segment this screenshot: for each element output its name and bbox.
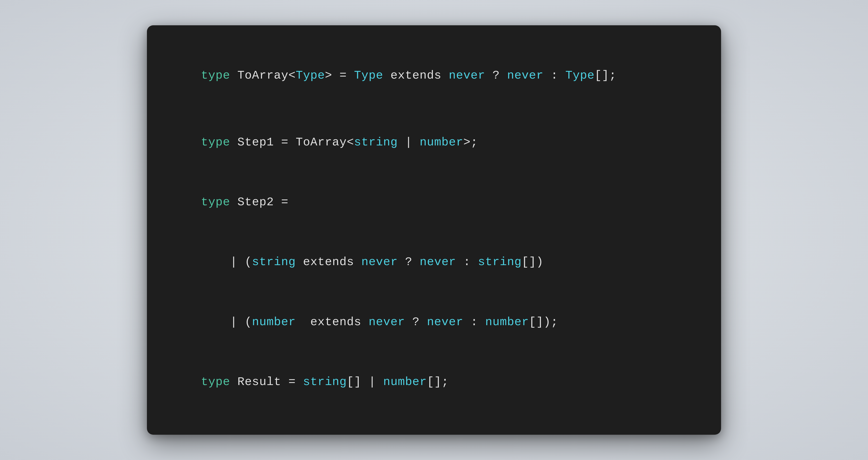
punct-6: []; bbox=[594, 69, 616, 82]
blank-line-1 bbox=[172, 106, 696, 113]
punct-11: | ( bbox=[201, 255, 252, 269]
builtin-never-5: never bbox=[369, 316, 405, 329]
punct-5: : bbox=[544, 69, 565, 82]
code-line-1: type ToArray<Type> = Type extends never … bbox=[201, 69, 616, 82]
punct-8: | bbox=[398, 136, 420, 149]
punct-21: Result = bbox=[230, 375, 303, 389]
keyword-type-3: type bbox=[201, 196, 230, 209]
punct-22: [] | bbox=[347, 375, 383, 389]
builtin-never-4: never bbox=[420, 255, 456, 269]
keyword-type-1: type bbox=[201, 69, 230, 82]
punct-20: []); bbox=[529, 316, 558, 329]
code-card: type ToArray<Type> = Type extends never … bbox=[147, 25, 721, 434]
punct-7: Step1 = ToArray< bbox=[230, 136, 354, 149]
builtin-never-1: never bbox=[449, 69, 485, 82]
builtin-never-3: never bbox=[361, 255, 398, 269]
type-ref-1: Type bbox=[354, 69, 383, 82]
punct-19: : bbox=[463, 316, 485, 329]
code-line-2: type Step1 = ToArray<string | number>; bbox=[201, 136, 478, 149]
punct-18: ? bbox=[405, 316, 427, 329]
builtin-number-2: number bbox=[252, 316, 296, 329]
code-line-3: type Step2 = bbox=[201, 196, 288, 209]
type-ref-2: Type bbox=[565, 69, 594, 82]
punct-14: : bbox=[456, 255, 478, 269]
code-block: type ToArray<Type> = Type extends never … bbox=[172, 45, 696, 412]
keyword-type-2: type bbox=[201, 136, 230, 149]
keyword-type-4: type bbox=[201, 375, 230, 389]
punct-3: extends bbox=[383, 69, 449, 82]
punct-16: | ( bbox=[201, 316, 252, 329]
builtin-number-4: number bbox=[383, 375, 427, 389]
punct-2: > = bbox=[325, 69, 354, 82]
punct-13: ? bbox=[398, 255, 420, 269]
code-line-6: type Result = string[] | number[]; bbox=[201, 375, 449, 389]
type-param: Type bbox=[296, 69, 325, 82]
punct-17: extends bbox=[296, 316, 368, 329]
punct-12: extends bbox=[296, 255, 361, 269]
builtin-string-2: string bbox=[252, 255, 296, 269]
punct-10: Step2 = bbox=[230, 196, 288, 209]
builtin-string-3: string bbox=[478, 255, 522, 269]
code-line-4: | (string extends never ? never : string… bbox=[201, 255, 544, 269]
builtin-never-6: never bbox=[427, 316, 463, 329]
punct-23: []; bbox=[427, 375, 449, 389]
builtin-string-4: string bbox=[303, 375, 346, 389]
builtin-string-1: string bbox=[354, 136, 398, 149]
punct-1: ToArray< bbox=[230, 69, 296, 82]
code-line-5: | (number extends never ? never : number… bbox=[201, 316, 558, 329]
builtin-number-3: number bbox=[485, 316, 529, 329]
punct-15: []) bbox=[522, 255, 544, 269]
punct-4: ? bbox=[485, 69, 507, 82]
builtin-number-1: number bbox=[420, 136, 463, 149]
punct-9: >; bbox=[463, 136, 478, 149]
builtin-never-2: never bbox=[507, 69, 544, 82]
